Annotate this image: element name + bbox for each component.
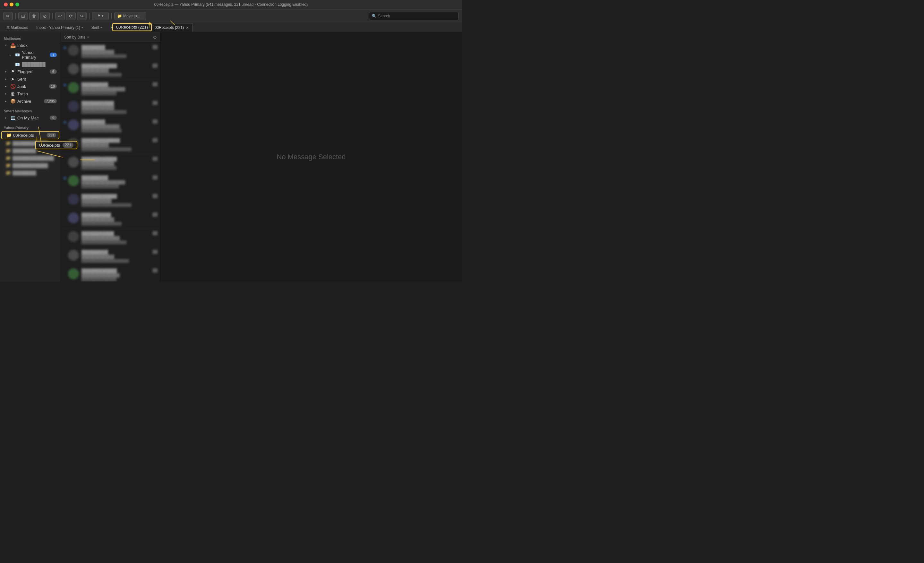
tab-mailboxes[interactable]: ⊞ Mailboxes [3, 23, 32, 32]
sort-label[interactable]: Sort by Date [64, 35, 86, 39]
sidebar-item-flagged[interactable]: ▸ ⚑ Flagged 6 [1, 68, 59, 75]
message-info: ████████ ██████████████ ████████████████ [81, 119, 150, 132]
message-sender: █████████ [81, 250, 150, 255]
tab-ooreceipts[interactable]: 00Receipts (221) ✕ [150, 23, 193, 32]
sidebar-item-yahoo-primary-label: Yahoo Primary [22, 50, 48, 60]
redo-button[interactable]: ↪ [77, 12, 87, 20]
message-sender: █████████ [81, 82, 150, 87]
message-row[interactable]: ████████ ████████████ ██████████████████… [61, 42, 160, 61]
main-layout: Mailboxes ▾ 📥 Inbox ▸ 📧 Yahoo Primary 1 … [0, 32, 462, 281]
sidebar-item-extra-4[interactable]: 📁 ████████████ [1, 162, 59, 169]
sidebar-flagged-badge: 6 [50, 69, 57, 74]
sidebar-item-second-account[interactable]: 📧 ████████ [6, 61, 59, 68]
search-input[interactable] [378, 14, 456, 18]
navtabs: ⊞ Mailboxes Inbox - Yahoo Primary (1) ▾ … [0, 23, 462, 32]
on-my-mac-icon: 💻 [10, 115, 16, 120]
message-subject: ██████████████ [81, 124, 150, 129]
message-subject: ████████████ [81, 106, 150, 110]
message-date: ██ [152, 63, 158, 68]
message-info: ██████████ ████████████ ████████████████ [81, 213, 150, 226]
message-row[interactable]: █████████ ████████████████ █████████████… [61, 80, 160, 98]
toolbar-separator-3 [89, 13, 90, 19]
message-sender: █████████████ [81, 138, 150, 143]
sidebar-item-inbox[interactable]: ▾ 📥 Inbox [1, 42, 59, 49]
sidebar-item-ooreceipts[interactable]: 📁 00Receipts 221 [1, 131, 59, 139]
close-button[interactable] [4, 3, 8, 6]
message-row[interactable]: █████████ ████████████ █████████████████… [61, 247, 160, 266]
undo-icon: ↩ [58, 14, 62, 19]
message-date: ██ [152, 101, 158, 105]
sidebar-item-trash[interactable]: ▸ 🗑 Trash [1, 90, 59, 97]
move-to-button[interactable]: 📁 Move to... [114, 12, 146, 20]
message-sender: ████████████ [81, 157, 150, 161]
message-subject: ██████████ [81, 68, 150, 73]
sidebar-item-yahoo-primary[interactable]: ▸ 📧 Yahoo Primary 1 [6, 49, 59, 61]
sidebar-item-junk[interactable]: ▸ 🚫 Junk 10 [1, 83, 59, 90]
message-subject: ████████████ [81, 50, 150, 54]
message-row[interactable]: █████████ ████████████████ █████████████… [61, 173, 160, 191]
junk-arrow: ▸ [5, 85, 8, 88]
sidebar-item-archive[interactable]: ▸ 📦 Archive 7,295 [1, 98, 59, 105]
message-sender: ████████████ [81, 63, 150, 68]
message-date: ██ [152, 268, 158, 272]
undo-button[interactable]: ↩ [55, 12, 65, 20]
junk-button[interactable]: ⊘ [40, 12, 50, 20]
message-subject: ██████████████ [81, 236, 150, 240]
message-info: ███████████ ██████████████ █████████████… [81, 231, 150, 244]
message-info: █████████████ ██████████ ███████████████… [81, 138, 150, 151]
message-row[interactable]: ████████████ ██████████ ████████████████… [61, 61, 160, 80]
message-row[interactable]: ██████████ ████████████ ████████████████… [61, 210, 160, 228]
message-row[interactable]: ████████████ ████████████ ██████████████… [61, 154, 160, 173]
detail-pane: No Message Selected [160, 32, 462, 281]
minimize-button[interactable] [10, 3, 14, 6]
toolbar-separator-2 [52, 13, 52, 19]
junk-icon: ⊘ [43, 14, 47, 19]
unread-dot [63, 195, 66, 198]
archive-button[interactable]: ⊡ [18, 12, 28, 20]
message-row[interactable]: ████████████ ███████████ ███████████████… [61, 191, 160, 210]
message-row[interactable]: ████████████ ██████████████ ████████████… [61, 266, 160, 281]
message-info: ████████████ ███████████ ███████████████… [81, 194, 150, 207]
message-info: █████████ ████████████████ █████████████… [81, 175, 150, 188]
sidebar-item-sent-label: Sent [17, 77, 57, 81]
sidebar-item-sent[interactable]: ▸ ➤ Sent [1, 75, 59, 83]
undo-all-icon: ⟳ [69, 14, 73, 19]
flag-button[interactable]: ⚑ ▾ [92, 12, 109, 20]
yahoo-primary-icon: 📧 [14, 53, 20, 57]
tab-mailboxes-label: ⊞ Mailboxes [6, 26, 28, 30]
sidebar-item-on-my-mac[interactable]: ▸ 💻 On My Mac 9 [1, 114, 59, 121]
on-my-mac-arrow: ▸ [5, 116, 8, 119]
compose-button[interactable]: ✏ [3, 12, 13, 20]
unread-dot [63, 65, 66, 68]
delete-button[interactable]: 🗑 [29, 12, 39, 20]
unread-dot [63, 251, 66, 254]
filter-icon[interactable]: ⊙ [153, 35, 157, 40]
message-row[interactable]: ███████████ ████████████ ███████████████… [61, 98, 160, 117]
mailboxes-section-label: Mailboxes [0, 35, 61, 41]
unread-dot [63, 158, 66, 161]
sidebar-item-extra-5[interactable]: 📁 ████████ [1, 169, 59, 176]
message-preview: ████████████████ [81, 73, 150, 77]
tab-ooreceipts-label: 00Receipts (221) [154, 26, 184, 30]
message-date: ██ [152, 213, 158, 216]
unread-dot [63, 47, 66, 49]
avatar [68, 101, 79, 112]
maximize-button[interactable] [15, 3, 19, 6]
message-info: ████████████ ██████████ ████████████████ [81, 63, 150, 77]
tab-sent[interactable]: Sent ▾ [88, 23, 106, 32]
tab-ooreceipts-close[interactable]: ✕ [186, 26, 189, 30]
smart-mailboxes-section-label: Smart Mailboxes [0, 107, 61, 114]
message-sender: ███████████ [81, 231, 150, 236]
message-row[interactable]: ████████ ██████████████ ████████████████… [61, 117, 160, 135]
tab-inbox[interactable]: Inbox - Yahoo Primary (1) ▾ [32, 23, 87, 32]
message-preview: ████████████████ [81, 222, 150, 226]
search-box[interactable]: 🔍 [369, 12, 459, 20]
sidebar-item-extra-3[interactable]: 📁 ██████████████ [1, 155, 59, 161]
message-subject: ███████████ [81, 199, 150, 203]
message-row[interactable]: ███████████ ██████████████ █████████████… [61, 228, 160, 247]
undo-all-button[interactable]: ⟳ [66, 12, 76, 20]
unread-dot [63, 84, 66, 86]
message-preview: ██████████████████ [81, 240, 150, 244]
message-list-pane: Sort by Date ▾ ⊙ ████████ ████████████ █… [61, 32, 160, 281]
yahoo-primary-arrow: ▸ [10, 53, 13, 57]
